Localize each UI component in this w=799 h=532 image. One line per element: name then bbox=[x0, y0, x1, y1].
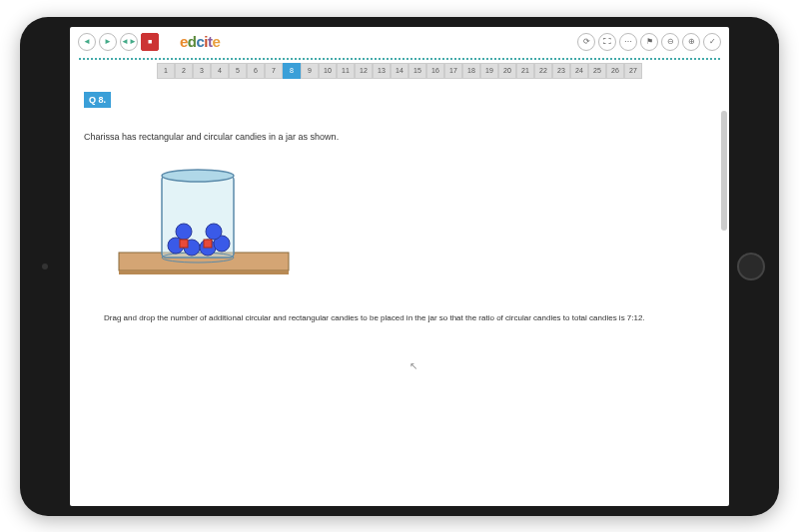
logo-e1: e bbox=[180, 33, 188, 50]
qnum-15[interactable]: 15 bbox=[408, 63, 426, 79]
tablet-frame: ◄ ► ◄► ■ edcite ⟳ ⛶ ⋯ ⚑ ⊖ ⊕ ✓ 1234567891… bbox=[20, 17, 779, 516]
qnum-23[interactable]: 23 bbox=[552, 63, 570, 79]
stop-button[interactable]: ■ bbox=[141, 33, 159, 51]
check-button[interactable]: ✓ bbox=[703, 33, 721, 51]
qnum-3[interactable]: 3 bbox=[193, 63, 211, 79]
svg-rect-12 bbox=[204, 240, 212, 248]
qnum-25[interactable]: 25 bbox=[588, 63, 606, 79]
question-badge: Q 8. bbox=[84, 92, 111, 108]
qnum-10[interactable]: 10 bbox=[319, 63, 337, 79]
qnum-12[interactable]: 12 bbox=[355, 63, 373, 79]
question-nav: 1234567891011121314151617181920212223242… bbox=[70, 61, 729, 81]
question-text: Charissa has rectangular and circular ca… bbox=[84, 132, 715, 142]
menu-button[interactable]: ⋯ bbox=[619, 33, 637, 51]
qnum-14[interactable]: 14 bbox=[391, 63, 408, 79]
qnum-5[interactable]: 5 bbox=[229, 63, 247, 79]
svg-point-10 bbox=[206, 224, 222, 240]
refresh-button[interactable]: ⟳ bbox=[577, 33, 595, 51]
jar-illustration bbox=[114, 158, 294, 287]
svg-point-3 bbox=[162, 170, 234, 182]
qnum-8[interactable]: 8 bbox=[283, 63, 301, 79]
instruction-text: Drag and drop the number of additional c… bbox=[104, 313, 715, 322]
qnum-24[interactable]: 24 bbox=[570, 63, 588, 79]
qnum-19[interactable]: 19 bbox=[480, 63, 498, 79]
content-area: Q 8. Charissa has rectangular and circul… bbox=[70, 81, 729, 506]
qnum-13[interactable]: 13 bbox=[373, 63, 391, 79]
qnum-26[interactable]: 26 bbox=[606, 63, 624, 79]
back-button[interactable]: ◄ bbox=[78, 33, 96, 51]
qnum-11[interactable]: 11 bbox=[337, 63, 355, 79]
bookmark-button[interactable]: ◄► bbox=[120, 33, 138, 51]
qnum-2[interactable]: 2 bbox=[175, 63, 193, 79]
qnum-4[interactable]: 4 bbox=[211, 63, 229, 79]
logo-d: d bbox=[188, 33, 197, 50]
svg-rect-1 bbox=[119, 270, 289, 274]
toolbar: ◄ ► ◄► ■ edcite ⟳ ⛶ ⋯ ⚑ ⊖ ⊕ ✓ bbox=[70, 27, 729, 57]
forward-button[interactable]: ► bbox=[99, 33, 117, 51]
qnum-1[interactable]: 1 bbox=[157, 63, 175, 79]
svg-point-9 bbox=[176, 224, 192, 240]
zoom-out-button[interactable]: ⊖ bbox=[661, 33, 679, 51]
qnum-9[interactable]: 9 bbox=[301, 63, 319, 79]
qnum-27[interactable]: 27 bbox=[624, 63, 642, 79]
scrollbar[interactable] bbox=[721, 111, 727, 231]
qnum-22[interactable]: 22 bbox=[534, 63, 552, 79]
logo-e2: e bbox=[213, 33, 221, 50]
zoom-in-button[interactable]: ⊕ bbox=[682, 33, 700, 51]
svg-rect-11 bbox=[180, 240, 188, 248]
logo: edcite bbox=[180, 33, 220, 50]
fullscreen-button[interactable]: ⛶ bbox=[598, 33, 616, 51]
app-screen: ◄ ► ◄► ■ edcite ⟳ ⛶ ⋯ ⚑ ⊖ ⊕ ✓ 1234567891… bbox=[70, 27, 729, 506]
qnum-21[interactable]: 21 bbox=[516, 63, 534, 79]
qnum-18[interactable]: 18 bbox=[462, 63, 480, 79]
home-button[interactable] bbox=[737, 253, 765, 280]
qnum-20[interactable]: 20 bbox=[498, 63, 516, 79]
qnum-7[interactable]: 7 bbox=[265, 63, 283, 79]
tablet-camera bbox=[42, 264, 48, 269]
cursor-icon: ↖ bbox=[409, 360, 417, 371]
qnum-16[interactable]: 16 bbox=[426, 63, 444, 79]
qnum-6[interactable]: 6 bbox=[247, 63, 265, 79]
flag-button[interactable]: ⚑ bbox=[640, 33, 658, 51]
qnum-17[interactable]: 17 bbox=[444, 63, 462, 79]
